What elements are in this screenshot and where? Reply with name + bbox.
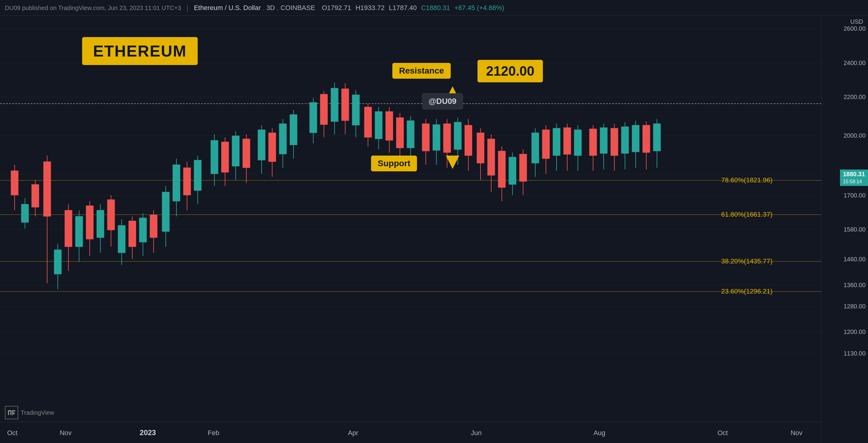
svg-rect-33 xyxy=(183,168,191,195)
du09-annotation: @DU09 xyxy=(422,93,463,109)
svg-rect-55 xyxy=(320,94,328,125)
svg-rect-51 xyxy=(290,114,297,145)
chart-container: DU09 published on TradingView.com, Jun 2… xyxy=(0,0,868,443)
svg-rect-103 xyxy=(589,129,597,156)
tradingview-logo: TradingView xyxy=(5,406,54,419)
price-2600: 2600.00 xyxy=(844,25,866,32)
time-label-oct-start: Oct xyxy=(7,429,17,437)
ohlc-open: O1792.71 xyxy=(322,4,351,11)
svg-rect-57 xyxy=(331,88,338,122)
svg-rect-91 xyxy=(520,154,527,181)
chart-area: .bull { fill: #26a69a; stroke: #26a69a; … xyxy=(0,16,821,443)
time-axis: Oct Nov 2023 Feb Apr Jun Aug Oct Nov xyxy=(0,422,821,443)
svg-rect-37 xyxy=(211,140,218,174)
current-price-badge: 1880.31 15:58:14 xyxy=(840,170,868,186)
svg-rect-101 xyxy=(574,130,582,156)
svg-rect-41 xyxy=(232,136,239,166)
price-1130: 1130.00 xyxy=(844,350,866,357)
svg-rect-21 xyxy=(118,226,125,253)
svg-rect-65 xyxy=(375,111,382,139)
time-label-jun: Jun xyxy=(471,429,482,437)
svg-rect-85 xyxy=(488,139,495,175)
svg-rect-19 xyxy=(107,200,115,230)
svg-rect-49 xyxy=(279,124,286,154)
svg-rect-111 xyxy=(632,125,639,152)
svg-rect-107 xyxy=(611,128,618,156)
ethereum-title: ETHEREUM xyxy=(82,37,198,65)
svg-rect-69 xyxy=(396,117,404,148)
time-label-apr: Apr xyxy=(348,429,358,437)
timeframe: 3D xyxy=(267,4,275,11)
svg-rect-1 xyxy=(11,171,18,195)
tv-icon xyxy=(5,406,18,419)
resistance-annotation: Resistance xyxy=(392,63,451,79)
current-time: 15:58:14 xyxy=(843,179,862,184)
svg-rect-97 xyxy=(553,128,560,156)
trading-pair: Ethereum / U.S. Dollar xyxy=(194,4,261,11)
svg-rect-99 xyxy=(564,128,571,155)
svg-rect-43 xyxy=(243,139,250,168)
price-1280: 1280.00 xyxy=(844,303,866,310)
svg-rect-71 xyxy=(407,121,414,148)
svg-rect-7 xyxy=(43,162,51,216)
time-label-nov: Nov xyxy=(60,429,71,437)
svg-rect-29 xyxy=(162,192,169,232)
price-change: +87.45 xyxy=(454,4,475,11)
svg-rect-113 xyxy=(643,125,650,152)
svg-rect-81 xyxy=(465,125,472,156)
svg-rect-75 xyxy=(433,125,440,150)
fib-label-38: 38.20%(1435.77) xyxy=(721,258,773,265)
svg-rect-79 xyxy=(454,122,461,149)
svg-rect-3 xyxy=(21,204,29,223)
price-2000: 2000.00 xyxy=(844,132,866,139)
svg-rect-77 xyxy=(443,124,451,152)
svg-rect-63 xyxy=(364,107,372,137)
price-change-pct: (+4.88%) xyxy=(477,4,504,11)
svg-rect-109 xyxy=(621,127,629,154)
svg-rect-95 xyxy=(542,130,550,159)
price-1580: 1580.00 xyxy=(844,226,866,233)
svg-rect-105 xyxy=(600,128,607,154)
svg-rect-73 xyxy=(422,124,429,151)
time-label-oct-end: Oct xyxy=(717,429,728,437)
svg-rect-59 xyxy=(342,89,349,121)
svg-rect-87 xyxy=(498,151,505,188)
svg-rect-9 xyxy=(54,250,61,274)
current-price: 1880.31 xyxy=(843,171,865,177)
svg-rect-115 xyxy=(653,124,660,151)
ohlc-low: L1787.40 xyxy=(389,4,417,11)
svg-rect-67 xyxy=(385,111,393,140)
price-2200: 2200.00 xyxy=(844,94,866,101)
svg-rect-35 xyxy=(194,160,202,191)
ohlc-high: H1933.72 xyxy=(355,4,384,11)
currency-label: USD xyxy=(850,18,863,25)
svg-rect-15 xyxy=(86,206,93,239)
svg-rect-47 xyxy=(269,133,276,162)
exchange: COINBASE xyxy=(280,4,315,11)
time-label-feb: Feb xyxy=(208,429,219,437)
price-2400: 2400.00 xyxy=(844,59,866,66)
publisher-text: DU09 published on TradingView.com, Jun 2… xyxy=(5,5,181,11)
fib-label-61: 61.80%(1661.37) xyxy=(721,211,773,218)
header-info: DU09 published on TradingView.com, Jun 2… xyxy=(5,4,504,12)
price-1460: 1460.00 xyxy=(844,256,866,263)
support-annotation: Support xyxy=(371,156,417,171)
svg-rect-17 xyxy=(97,210,104,238)
svg-rect-83 xyxy=(477,133,484,163)
price-target-label: 2120.00 xyxy=(477,60,543,82)
svg-rect-5 xyxy=(32,184,39,207)
svg-rect-53 xyxy=(310,102,317,133)
fib-label-23: 23.60%(1296.21) xyxy=(721,287,773,295)
price-1200: 1200.00 xyxy=(844,329,866,335)
svg-rect-11 xyxy=(65,210,72,247)
time-label-2023: 2023 xyxy=(140,429,156,437)
time-label-nov-end: Nov xyxy=(790,429,802,437)
svg-rect-93 xyxy=(532,133,539,163)
svg-rect-61 xyxy=(352,95,360,125)
svg-rect-45 xyxy=(258,130,265,160)
svg-rect-89 xyxy=(509,157,516,184)
price-1360: 1360.00 xyxy=(844,281,866,288)
price-axis: 2600.00 2400.00 2200.00 2000.00 1800.00 … xyxy=(821,16,868,443)
svg-rect-23 xyxy=(129,221,136,247)
svg-rect-39 xyxy=(221,142,229,172)
